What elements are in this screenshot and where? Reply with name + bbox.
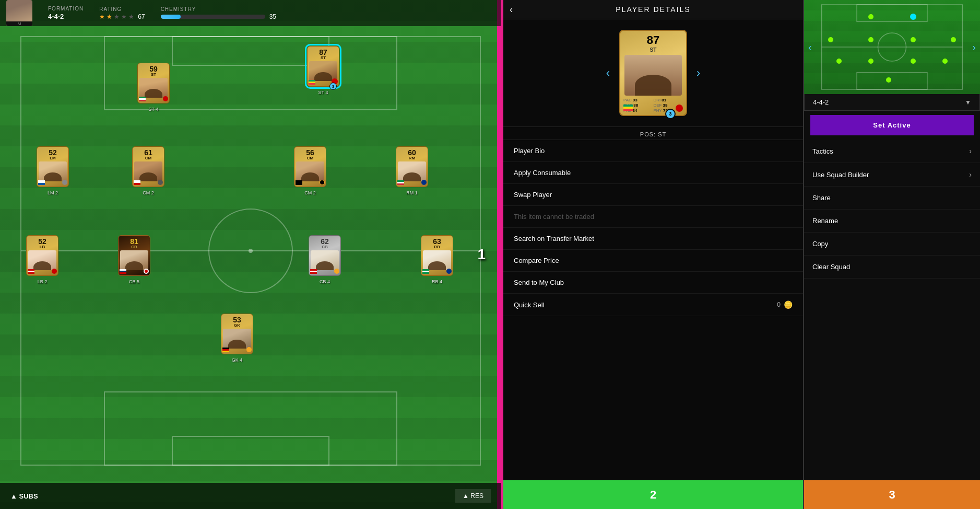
player-card-rb[interactable]: 63 RB RB 4 [421, 235, 453, 284]
formation-label: FORMATION [48, 6, 84, 11]
star-1: ★ [99, 13, 105, 20]
player-card-lm-pos: LM [50, 156, 56, 160]
player-card-cm1-flag [134, 180, 140, 185]
pd-card-face [624, 55, 682, 96]
player-card-lm-rating: 52 [49, 149, 57, 156]
squad-mini-pitch: ‹ › [804, 0, 980, 94]
squad-panel-nav-next[interactable]: › [972, 41, 976, 53]
chemistry-bar-container: 35 [161, 13, 276, 20]
player-card-lb-pos: LB [40, 245, 45, 249]
player-card-cm1[interactable]: 61 CM CM 2 [132, 146, 164, 195]
player-card-cb2-rating: 62 [321, 238, 329, 245]
player-card-st1[interactable]: 59 ST ST 4 [137, 63, 170, 112]
pd-menu-swap-player[interactable]: Swap Player [503, 184, 803, 206]
player-card-gk-pos: GK [234, 323, 240, 328]
player-card-cb1-flag [120, 269, 126, 274]
squad-set-active-button[interactable]: Set Active [810, 115, 974, 135]
player-card-cm2-face [296, 161, 324, 181]
player-card-lb-inner: 52 LB [26, 235, 58, 276]
player-details-menu: Player Bio Apply Consumable Swap Player … [503, 140, 803, 480]
res-button[interactable]: ▲ RES [455, 489, 491, 503]
squad-panel-nav-prev[interactable]: ‹ [808, 41, 812, 53]
player-details-nav-right[interactable]: › [692, 64, 704, 82]
player-card-rb-bottom [422, 269, 452, 274]
player-card-st1-bottom [139, 96, 168, 101]
squad-panel-bottom-number[interactable]: 3 [804, 480, 980, 509]
mini-dot-lb [836, 59, 842, 64]
star-5: ★ [128, 13, 134, 20]
mini-dot-rm [951, 37, 956, 42]
player-card-cb2-club [334, 269, 339, 274]
pitch-bottom-bar: ▲ SUBS ▲ RES [0, 483, 501, 509]
player-card-cm1-face [134, 161, 162, 181]
player-card-st1-label: ST 4 [149, 107, 159, 112]
manager-avatar[interactable]: M [6, 0, 32, 26]
pd-menu-send-club[interactable]: Send to My Club [503, 272, 803, 294]
player-card-gk-inner: 53 GK [221, 314, 253, 354]
player-details-card-area: ‹ 87 ST PAC93 DRI81 SHO88 DEF38 PAS64 PH… [503, 19, 803, 127]
player-card-lm-flag [38, 180, 45, 185]
player-card-cm1-rating: 61 [144, 149, 152, 156]
player-card-st2[interactable]: 87 ST 3 ST 4 [307, 46, 339, 95]
player-details-nav-left[interactable]: ‹ [602, 64, 614, 82]
sp-menu-use-squad-builder[interactable]: Use Squad Builder › [804, 163, 980, 187]
player-card-rb-flag [422, 269, 429, 274]
player-card-gk-face [223, 329, 251, 349]
player-card-gk-flag [222, 348, 229, 352]
player-card-rm[interactable]: 60 RM RM 1 [396, 146, 428, 195]
sp-menu-clear-squad[interactable]: Clear Squad [804, 256, 980, 279]
player-card-st1-face [139, 78, 168, 98]
player-card-cm2[interactable]: 56 CM CM 2 [294, 146, 326, 195]
pd-menu-search-transfer[interactable]: Search on Transfer Market [503, 228, 803, 250]
pd-menu-apply-consumable[interactable]: Apply Consumable [503, 162, 803, 184]
player-card-st2-flag [309, 80, 315, 85]
squad-builder-chevron-right: › [969, 170, 972, 179]
pd-menu-compare-price[interactable]: Compare Price [503, 250, 803, 272]
pd-flag [623, 105, 633, 111]
player-details-back-button[interactable]: ‹ [510, 4, 513, 15]
player-card-cb1-face [120, 250, 148, 270]
player-card-cm1-label: CM 2 [143, 190, 154, 195]
pd-menu-player-bio[interactable]: Player Bio [503, 140, 803, 162]
player-card-lb-face [28, 250, 56, 270]
star-4: ★ [121, 13, 127, 20]
player-card-st2-rating: 87 [319, 49, 327, 56]
pitch-header: M FORMATION 4-4-2 RATING ★ ★ ★ ★ ★ 67 CH… [0, 0, 501, 26]
pd-card-flag-club [620, 105, 686, 112]
player-card-st1-flag [139, 97, 146, 101]
player-card-gk[interactable]: 53 GK GK 4 [221, 314, 253, 363]
player-card-st1-club [163, 96, 168, 101]
sp-menu-copy[interactable]: Copy [804, 233, 980, 256]
player-card-lm-label: LM 2 [48, 190, 58, 195]
player-card-lm[interactable]: 52 LM LM 2 [37, 146, 69, 195]
pd-card-pos-text: ST [650, 47, 657, 53]
sp-menu-tactics[interactable]: Tactics › [804, 140, 980, 163]
player-card-rm-flag [397, 180, 404, 185]
pd-menu-cannot-trade: This item cannot be traded [503, 206, 803, 228]
player-details-bottom-number[interactable]: 2 [503, 480, 803, 509]
player-card-cb2-flag [310, 269, 317, 274]
player-card-rm-label: RM 1 [406, 190, 418, 195]
player-card-st2-chem: 3 [329, 83, 337, 90]
mini-dot-rb [942, 59, 948, 64]
player-card-cm2-rating: 56 [306, 149, 314, 156]
player-card-rb-pos: RB [434, 245, 440, 249]
player-card-cb1-pos: CB [131, 245, 137, 249]
player-card-cb2[interactable]: 62 CB CB 4 [309, 235, 341, 284]
player-card-lb[interactable]: 52 LB LB 2 [26, 235, 58, 284]
sp-menu-rename[interactable]: Rename [804, 210, 980, 233]
sp-menu-share[interactable]: Share [804, 187, 980, 210]
pd-card-rating: 87 [647, 33, 659, 47]
squad-formation-select[interactable]: 4-4-2 ▼ [804, 94, 980, 111]
rating-stars: ★ ★ ★ ★ ★ 67 [99, 13, 145, 20]
player-card-cb2-bottom [310, 269, 339, 274]
pd-menu-quick-sell[interactable]: Quick Sell 0 🪙 [503, 294, 803, 316]
player-card-rb-rating: 63 [433, 238, 441, 245]
player-card-gk-label: GK 4 [232, 357, 243, 363]
chemistry-value: 35 [269, 13, 276, 20]
player-card-cb1[interactable]: 81 CB CB 5 [118, 235, 150, 284]
player-card-cm2-bottom [296, 180, 325, 185]
player-card-rm-rating: 60 [408, 149, 416, 156]
pitch-number-badge: 1 [477, 246, 486, 263]
squad-formation-chevron: ▼ [965, 99, 971, 106]
